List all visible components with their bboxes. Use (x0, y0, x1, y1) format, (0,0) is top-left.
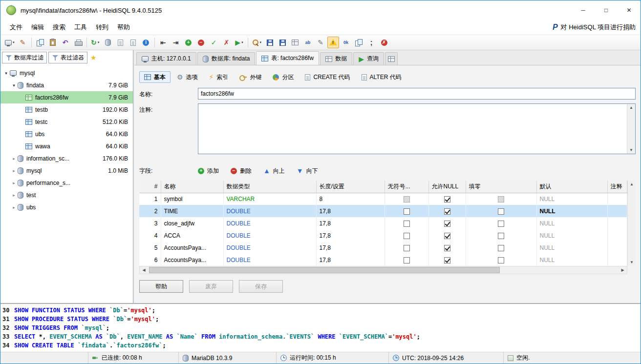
scroll-right-icon[interactable]: ▶ (619, 268, 627, 272)
run-query-button[interactable]: ▶▾ (234, 37, 245, 48)
field-default[interactable]: NULL (536, 242, 607, 254)
delete-row-button[interactable]: − (195, 37, 207, 48)
allow-null-checkbox[interactable] (444, 208, 450, 215)
refresh-button[interactable]: ↻▾ (89, 37, 101, 48)
column-header-2[interactable]: 数据类型 (223, 181, 316, 193)
menu-item-3[interactable]: 工具 (70, 21, 91, 34)
hex-view-button[interactable]: 0k (340, 37, 352, 48)
zerofill-checkbox[interactable] (498, 233, 504, 239)
scrollbar-thumb[interactable] (149, 267, 500, 273)
export-database-button[interactable] (102, 37, 114, 48)
tree-item-ubs[interactable]: ubs64.0 KiB (0, 128, 133, 140)
field-length[interactable]: 17,8 (316, 254, 385, 266)
tree-item-testc[interactable]: testc512.0 KiB (0, 116, 133, 128)
scroll-up-icon[interactable]: ▲ (629, 105, 633, 110)
help-button[interactable]: 帮助 (139, 280, 183, 293)
field-datatype[interactable]: DOUBLE (223, 254, 316, 266)
field-comment[interactable] (607, 254, 627, 266)
main-tab-4[interactable]: ▶查询 (353, 52, 384, 65)
field-datatype[interactable]: VARCHAR (223, 193, 316, 205)
column-header-3[interactable]: 长度/设置 (316, 181, 385, 193)
donate-link[interactable]: P 对 HeidiSQL 项目进行捐助 (553, 23, 636, 32)
save-as-button[interactable] (277, 37, 288, 48)
field-datatype[interactable]: DOUBLE (223, 205, 316, 217)
scroll-left-icon[interactable]: ◀ (140, 268, 148, 272)
field-comment[interactable] (607, 217, 627, 229)
field-length[interactable]: 17,8 (316, 242, 385, 254)
scroll-down-icon[interactable]: ▼ (629, 148, 633, 152)
allow-null-checkbox[interactable] (444, 196, 450, 202)
table-name-input[interactable] (198, 88, 636, 100)
field-default[interactable]: NULL (536, 193, 607, 205)
field-default[interactable]: NULL (536, 254, 607, 266)
grid-horizontal-scrollbar[interactable]: ◀ ▶ (139, 266, 627, 274)
field-length[interactable]: 17,8 (316, 205, 385, 217)
field-name[interactable]: ACCA (161, 229, 223, 242)
field-row-acca[interactable]: 4ACCADOUBLE17,8NULL (139, 229, 627, 242)
comment-text[interactable] (198, 104, 627, 154)
field-row-accountspaya[interactable]: 5AccountsPaya...DOUBLE17,8NULL (139, 242, 627, 254)
close-button[interactable]: ✕ (618, 0, 641, 20)
tree-item-factors286fw[interactable]: factors286fw7.9 GiB (0, 91, 133, 103)
table-comment-input[interactable]: ▲ ▼ (198, 103, 636, 154)
allow-null-checkbox[interactable] (444, 245, 450, 251)
revert-edits-button[interactable]: ✗ (221, 37, 233, 48)
unsigned-checkbox[interactable] (404, 257, 410, 263)
edit-object-button[interactable]: ✎ (315, 37, 326, 48)
field-default[interactable]: NULL (536, 205, 607, 217)
maximize-button[interactable]: □ (595, 0, 618, 20)
main-tab-2[interactable]: 表: factors286fw (256, 51, 319, 65)
overflow-button[interactable]: ; (365, 37, 377, 48)
main-tab-1[interactable]: 数据库: findata (197, 52, 256, 65)
subtab-6[interactable]: ALTER 代码 (357, 71, 406, 83)
subtab-4[interactable]: 分区 (268, 71, 299, 83)
field-name[interactable]: TIME (161, 205, 223, 217)
tree-item-ubs[interactable]: ▸ubs (0, 201, 133, 213)
tree-expand-arrow[interactable]: ▸ (10, 181, 18, 185)
insert-row-button[interactable]: + (183, 37, 194, 48)
tree-item-information-sc[interactable]: ▸information_sc...176.0 KiB (0, 152, 133, 164)
column-header-8[interactable]: 注释 (607, 181, 627, 193)
field-default[interactable]: NULL (536, 217, 607, 229)
field-name[interactable]: symbol (161, 193, 223, 205)
tree-item-testb[interactable]: testb192.0 KiB (0, 103, 133, 116)
tree-item-mysql[interactable]: ▸mysql1.0 MiB (0, 164, 133, 177)
column-header-1[interactable]: 名称 (161, 181, 223, 193)
export-rows-button[interactable] (115, 37, 127, 48)
copy-button[interactable] (34, 37, 46, 48)
field-row-accountspaya[interactable]: 6AccountsPaya...DOUBLE17,8NULL (139, 254, 627, 266)
field-default[interactable]: NULL (536, 229, 607, 242)
dropdown-caret-icon[interactable]: ▾ (13, 40, 15, 44)
column-header-0[interactable]: # (139, 181, 161, 193)
field-row-close-adjfw[interactable]: 3close_adjfwDOUBLE17,8NULL (139, 217, 627, 229)
field-row-symbol[interactable]: 1symbolVARCHAR8NULL (139, 193, 627, 205)
favorites-star-button[interactable]: ★ (90, 54, 97, 61)
subtab-1[interactable]: ⚙选项 (172, 71, 203, 83)
zerofill-checkbox[interactable] (498, 221, 504, 227)
comment-scrollbar[interactable]: ▲ ▼ (627, 104, 635, 154)
tree-expand-arrow[interactable]: ▾ (2, 71, 10, 76)
tree-item-mysql[interactable]: ▾mysql (0, 67, 133, 79)
zerofill-checkbox[interactable] (498, 257, 504, 263)
apply-edits-button[interactable]: ✓ (208, 37, 220, 48)
column-header-4[interactable]: 无符号... (385, 181, 428, 193)
nav-last-button[interactable]: ⇥ (170, 37, 182, 48)
tree-expand-arrow[interactable]: ▾ (10, 83, 18, 88)
tree-item-wawa[interactable]: wawa64.0 KiB (0, 140, 133, 152)
column-header-7[interactable]: 默认 (536, 181, 607, 193)
undo-button[interactable]: ↶ (60, 37, 71, 48)
field-comment[interactable] (607, 242, 627, 254)
subtab-3[interactable]: 外键 (235, 71, 266, 83)
add-field-button[interactable]: +添加 (198, 167, 219, 175)
server-info-button[interactable]: i (140, 37, 152, 48)
main-tab-0[interactable]: 主机: 127.0.0.1 (136, 52, 196, 65)
insert-files-button[interactable] (289, 37, 301, 48)
field-name[interactable]: AccountsPaya... (161, 242, 223, 254)
find-text-button[interactable]: ▾ (251, 37, 263, 48)
field-length[interactable]: 17,8 (316, 217, 385, 229)
sql-log[interactable]: 30SHOW FUNCTION STATUS WHERE `Db`='mysql… (0, 303, 641, 352)
session-manager-button[interactable]: ▾ (3, 37, 16, 48)
menu-item-0[interactable]: 文件 (5, 21, 27, 34)
tree-item-performance-s[interactable]: ▸performance_s... (0, 177, 133, 189)
nav-first-button[interactable]: ⇤ (157, 37, 169, 48)
